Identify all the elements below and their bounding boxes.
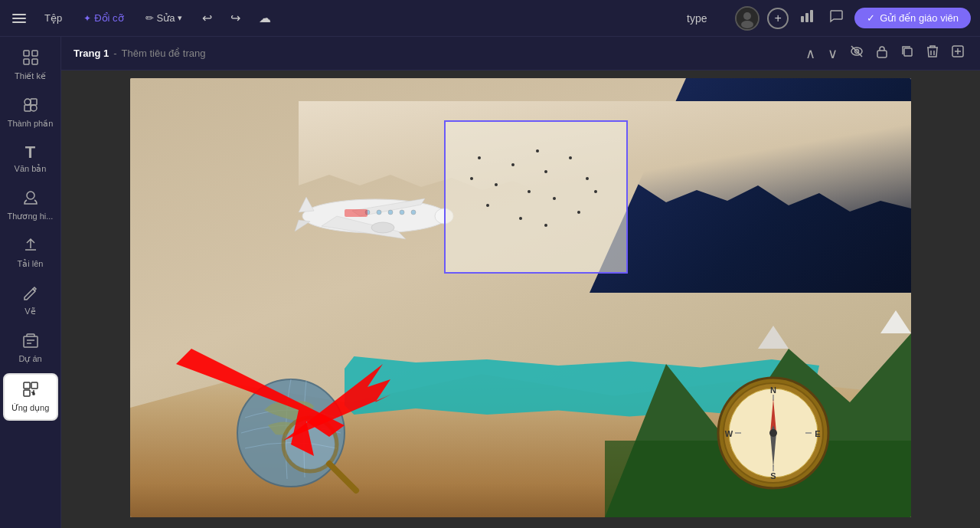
hamburger-menu[interactable] [9,11,29,26]
svg-point-40 [388,210,393,215]
page-title: Trang 1 [74,48,109,59]
svg-rect-8 [24,59,29,64]
svg-point-11 [31,105,37,111]
svg-rect-9 [32,59,38,64]
page-separator: - [113,48,116,59]
svg-rect-28 [904,48,912,56]
delete-button[interactable] [923,41,942,65]
comment-button[interactable] [825,5,847,31]
svg-text:N: N [770,385,776,395]
sidebar-item-ung-dung[interactable]: Ứng dụng [3,373,58,421]
svg-marker-36 [295,220,310,231]
page-area: Trang 1 - Thêm tiêu đề trang ∧ ∨ [61,37,980,528]
avatar[interactable] [735,6,760,31]
change-size-label: Đổi cỡ [94,12,123,24]
send-to-teacher-button[interactable]: ✓ Gửi đến giáo viên [854,8,971,28]
svg-rect-19 [31,382,38,389]
toolbar-right: + ✓ Gửi đến giáo viên [666,5,971,31]
sidebar-item-thiet-ke[interactable]: Thiết kế [3,43,58,87]
svg-point-43 [371,222,394,233]
svg-marker-35 [299,197,314,212]
add-collaborator-button[interactable]: + [767,8,789,29]
svg-rect-12 [31,99,37,105]
components-icon [22,97,39,116]
svg-point-39 [400,210,404,215]
star-icon: ✦ [83,13,91,24]
svg-text:W: W [725,429,733,438]
cloud-save-button[interactable]: ☁ [254,8,276,28]
brand-icon [22,189,39,208]
send-label: Gửi đến giáo viên [880,12,959,24]
page-title-area: Trang 1 - Thêm tiêu đề trang [74,48,205,59]
sidebar-item-thuong-hieu[interactable]: Thương hi... [3,183,58,228]
svg-line-46 [329,464,356,490]
dropdown-icon: ▾ [178,13,182,23]
sidebar-item-tai-len[interactable]: Tải lên [3,231,58,275]
type-input[interactable] [666,12,727,25]
main-toolbar: Tệp ✦ Đổi cỡ ✏ Sửa ▾ ↩ ↪ ☁ + [0,0,980,37]
page-up-button[interactable]: ∧ [802,42,818,65]
svg-text:E: E [815,429,820,438]
pencil-icon: ✏ [145,12,154,24]
svg-point-41 [377,210,381,215]
apps-icon [22,381,39,400]
upload-icon [22,237,39,256]
compass: N S E W [712,372,835,494]
duplicate-button[interactable] [897,41,917,65]
sidebar-item-label: Dự án [18,354,41,364]
design-icon [22,49,39,68]
canvas-wrapper[interactable]: N S E W [61,71,980,528]
sidebar-item-ve[interactable]: Vẽ [3,278,58,323]
sidebar-item-label: Thành phần [8,119,54,129]
svg-marker-51 [880,310,911,333]
svg-rect-27 [877,51,887,57]
chart-button[interactable] [796,5,818,31]
text-icon: T [25,144,35,161]
svg-point-10 [24,99,31,105]
redo-button[interactable]: ↪ [226,8,245,28]
svg-rect-5 [810,10,813,22]
edit-button[interactable]: ✏ Sửa ▾ [139,9,189,27]
svg-text:S: S [770,471,776,480]
page-down-button[interactable]: ∨ [825,42,841,65]
undo-button[interactable]: ↩ [198,8,217,28]
draw-icon [22,284,39,303]
edit-label: Sửa [157,12,175,24]
add-page-button[interactable] [948,41,968,65]
svg-rect-20 [24,390,30,396]
sidebar-item-thanh-phan[interactable]: Thành phần [3,90,58,135]
svg-point-14 [27,192,34,199]
svg-point-38 [411,210,416,215]
svg-rect-6 [24,51,29,56]
svg-rect-7 [32,51,38,56]
project-icon [22,332,39,351]
svg-marker-50 [758,326,789,349]
sidebar-item-label: Tải lên [18,259,44,269]
selected-text-box[interactable] [444,120,628,274]
page-actions: ∧ ∨ [802,41,968,65]
change-size-button[interactable]: ✦ Đổi cỡ [77,9,129,27]
svg-rect-13 [24,105,31,111]
lock-button[interactable] [873,41,891,65]
svg-point-48 [286,420,335,469]
dots-pattern [453,130,619,264]
svg-rect-18 [24,382,30,389]
sidebar-item-label: Thiết kế [15,71,46,81]
toolbar-left: Tệp ✦ Đổi cỡ ✏ Sửa ▾ ↩ ↪ ☁ [9,8,660,28]
svg-rect-15 [24,336,38,347]
svg-rect-44 [345,209,368,217]
svg-point-66 [769,429,777,437]
file-menu-button[interactable]: Tệp [38,9,68,27]
sidebar-item-label: Ứng dụng [11,403,50,413]
sidebar-item-label: Vẽ [24,307,35,316]
canvas[interactable]: N S E W [130,78,911,517]
sidebar: Thiết kế Thành phần T Văn bản [0,37,61,528]
sidebar-item-du-an[interactable]: Dự án [3,326,58,370]
checkmark-icon: ✓ [867,12,875,24]
svg-rect-3 [801,16,804,22]
sidebar-item-label: Thương hi... [8,212,54,221]
visibility-button[interactable] [847,41,867,65]
sidebar-item-van-ban[interactable]: T Văn bản [3,138,58,180]
page-header: Trang 1 - Thêm tiêu đề trang ∧ ∨ [61,37,980,71]
sidebar-item-label: Văn bản [15,164,47,174]
